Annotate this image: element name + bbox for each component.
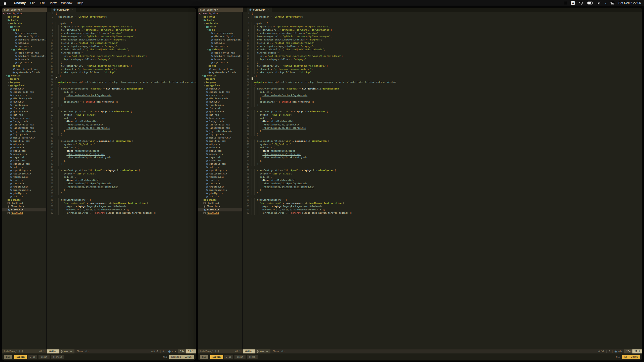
chevron-down-icon[interactable]: › xyxy=(5,19,8,21)
code-line[interactable]: 34disko.nixosModules.disko xyxy=(47,120,196,123)
code-line[interactable]: 11nixvim.inputs.nixpkgs.follows = "nixpk… xyxy=(243,45,642,48)
tree-item-ghostty.nix[interactable]: ghostty.nix xyxy=(198,110,242,113)
tree-item-ghostty.nix[interactable]: ghostty.nix xyxy=(2,110,46,113)
tmux-session[interactable]: nix xyxy=(4,355,12,359)
chevron-down-icon[interactable]: › xyxy=(206,29,209,31)
code-line[interactable]: 28specialArgs = { inherit nix-homebrew; … xyxy=(47,100,196,104)
menu-item-help[interactable]: Help xyxy=(74,1,86,5)
tree-item-traefik.nix[interactable]: traefik.nix xyxy=(198,185,242,189)
tree-item-papis.nix[interactable]: papis.nix xyxy=(2,149,46,153)
code-line[interactable]: 55]; xyxy=(243,189,642,192)
tree-item-libreoffice.nix[interactable]: libreoffice.nix xyxy=(198,123,242,126)
code-line[interactable]: 23{ xyxy=(243,84,642,87)
code-line[interactable]: 62extraSpecialArgs = { inherit claude-co… xyxy=(47,211,196,215)
code-line[interactable]: 32system = "x86_64-linux"; xyxy=(47,113,196,117)
tree-item-claude-code.nix[interactable]: claude-code.nix xyxy=(2,90,46,94)
tree-item-home.nix[interactable]: home.nix xyxy=(2,41,46,45)
tmux-window-3:git[interactable]: 3:git xyxy=(38,355,49,359)
tree-item-hardware-configuration.nix[interactable]: hardware-configuration.nix xyxy=(2,38,46,41)
tree-item-tex.nix[interactable]: tex.nix xyxy=(198,179,242,182)
tree-item-homebrew.nix[interactable]: homebrew.nix xyxy=(198,117,242,120)
tree-item-flake.nix[interactable]: flake.nix xyxy=(2,208,46,211)
tree-item-firefox.nix[interactable]: firefox.nix xyxy=(2,104,46,107)
code-line[interactable]: 47}; xyxy=(47,162,196,166)
code-line[interactable]: 24darwinConfigurations."macbook" = nix-d… xyxy=(47,87,196,90)
tree-item-zsh.nix[interactable]: zsh.nix xyxy=(2,195,46,198)
tree-item-darwin[interactable]: ›darwin xyxy=(2,22,46,25)
code-line[interactable]: 40nixosConfigurations."vps" = nixpkgs.li… xyxy=(243,140,642,143)
code-line[interactable]: 60pkgs = nixpkgs.legacyPackages.aarch64-… xyxy=(243,205,642,208)
menu-item-view[interactable]: View xyxy=(48,1,59,5)
code-line[interactable]: 26./hosts/darwin/macbook/system.nix xyxy=(243,94,642,97)
tree-item-home-default.nix[interactable]: home-default.nix xyxy=(2,68,46,71)
tree-item-linearmouse.nix[interactable]: linearmouse.nix xyxy=(2,126,46,130)
tree-item-nixos[interactable]: ›nixos xyxy=(198,25,242,28)
code-line[interactable]: 39 xyxy=(47,136,196,140)
tree-item-flake.nix[interactable]: flake.nix xyxy=(198,208,242,211)
code-line[interactable]: 38}; xyxy=(47,133,196,136)
chevron-down-icon[interactable]: › xyxy=(7,26,11,28)
tab-flake-nix[interactable]: flake.nix × xyxy=(51,8,76,12)
tree-item-home.nix[interactable]: home.nix xyxy=(2,58,46,61)
chevron-right-icon[interactable]: › xyxy=(204,77,206,81)
code-line[interactable]: 49nixosConfigurations."thinkpad" = nixpk… xyxy=(243,169,642,172)
tree-item-libreoffice.nix[interactable]: libreoffice.nix xyxy=(2,123,46,126)
menu-item-ghostty[interactable]: Ghostty xyxy=(12,1,28,5)
tree-item-home.nix[interactable]: home.nix xyxy=(198,58,242,61)
code-line[interactable]: 17nix-homebrew.url = "github:zhaofengli/… xyxy=(243,64,642,68)
code-line[interactable]: 5nixpkgs.url = "github:NixOS/nixpkgs/nix… xyxy=(47,25,196,28)
code-line[interactable]: 51modules = [ xyxy=(243,175,642,179)
code-line[interactable]: 46]; xyxy=(243,159,642,162)
tree-item-tailscale.nix[interactable]: tailscale.nix xyxy=(198,172,242,175)
code-line[interactable]: 14url = "gitlab:rycee/nur-expressions?di… xyxy=(243,55,642,58)
tree-item-thinkpad[interactable]: ›thinkpad xyxy=(198,48,242,51)
tree-item-ntfy.nix[interactable]: ntfy.nix xyxy=(198,143,242,146)
code-line[interactable]: 52disko.nixosModules.disko xyxy=(243,179,642,182)
code-line[interactable]: 44./hosts/nixos/vps/system.nix xyxy=(47,153,196,156)
code-line[interactable]: 36./hosts/nixos/hs/disk-config.nix xyxy=(47,126,196,130)
tree-item-schedule.nix[interactable]: schedule.nix xyxy=(2,162,46,166)
tree-item-media-server.nix[interactable]: media-server.nix xyxy=(2,136,46,140)
tmux-window-1:nvim[interactable]: 1:nvim xyxy=(14,355,27,359)
code-line[interactable]: 50system = "x86_64-linux"; xyxy=(243,172,642,175)
code-line[interactable]: 43disko.nixosModules.disko xyxy=(47,149,196,153)
tree-item-README.md[interactable]: MREADME.md xyxy=(198,211,242,215)
code-line[interactable]: 48 xyxy=(243,166,642,169)
code-line[interactable]: 37]; xyxy=(243,130,642,133)
chevron-right-icon[interactable]: › xyxy=(206,64,209,68)
code-line[interactable]: 29}; xyxy=(243,104,642,107)
tree-item-claude-code.nix[interactable]: claude-code.nix xyxy=(198,90,242,94)
code-line[interactable]: 53./hosts/nixos/thinkpad/system.nix xyxy=(47,182,196,185)
code-line[interactable]: 33modules = [ xyxy=(47,117,196,120)
code-line[interactable]: 45./hosts/nixos/vps/disk-config.nix xyxy=(47,156,196,159)
chevron-right-icon[interactable]: › xyxy=(204,22,206,25)
chevron-right-icon[interactable]: › xyxy=(204,81,206,84)
tree-item-traefik.nix[interactable]: traefik.nix xyxy=(2,185,46,189)
tree-item-system-default.nix[interactable]: system-default.nix xyxy=(198,71,242,74)
code-line[interactable]: 28specialArgs = { inherit nix-homebrew; … xyxy=(243,100,642,104)
code-line[interactable]: 38}; xyxy=(243,133,642,136)
code-line[interactable]: 58homeConfigurations = { xyxy=(47,198,196,202)
code-line[interactable]: 13firefox-addons = { xyxy=(47,51,196,55)
tree-item-btop.nix[interactable]: btop.nix xyxy=(2,87,46,90)
code-line[interactable]: 21 xyxy=(243,77,642,81)
code-line[interactable]: 25modules = [ xyxy=(243,90,642,94)
tree-item-nixos[interactable]: ›nixos xyxy=(2,25,46,28)
code-area[interactable]: 1{2description = "Default environment";3… xyxy=(47,12,196,349)
code-line[interactable]: 40nixosConfigurations."vps" = nixpkgs.li… xyxy=(47,140,196,143)
code-line[interactable]: 31nixosConfigurations."hs" = nixpkgs.lib… xyxy=(243,110,642,113)
close-icon[interactable]: × xyxy=(268,9,269,11)
code-line[interactable]: 32system = "x86_64-linux"; xyxy=(243,113,642,117)
code-line[interactable]: 2description = "Default environment"; xyxy=(47,15,196,19)
tree-item-rsync.nix[interactable]: rsync.nix xyxy=(2,156,46,159)
tree-item-gnome[interactable]: ›gnome xyxy=(2,81,46,84)
tree-item-firefox.nix[interactable]: firefox.nix xyxy=(198,104,242,107)
tree-item-hosts[interactable]: ›hosts xyxy=(198,19,242,22)
code-line[interactable]: 41system = "x86_64-linux"; xyxy=(243,143,642,146)
tree-item-dufs.nix[interactable]: dufs.nix xyxy=(2,100,46,104)
code-line[interactable]: 10nixvim.url = "github:nix-community/nix… xyxy=(243,41,642,45)
tree-item-vps[interactable]: ›vps xyxy=(198,64,242,68)
code-line[interactable]: 51modules = [ xyxy=(47,175,196,179)
tree-item-logiops.nix[interactable]: logiops.nix xyxy=(198,133,242,136)
chevron-right-icon[interactable]: › xyxy=(204,84,206,87)
